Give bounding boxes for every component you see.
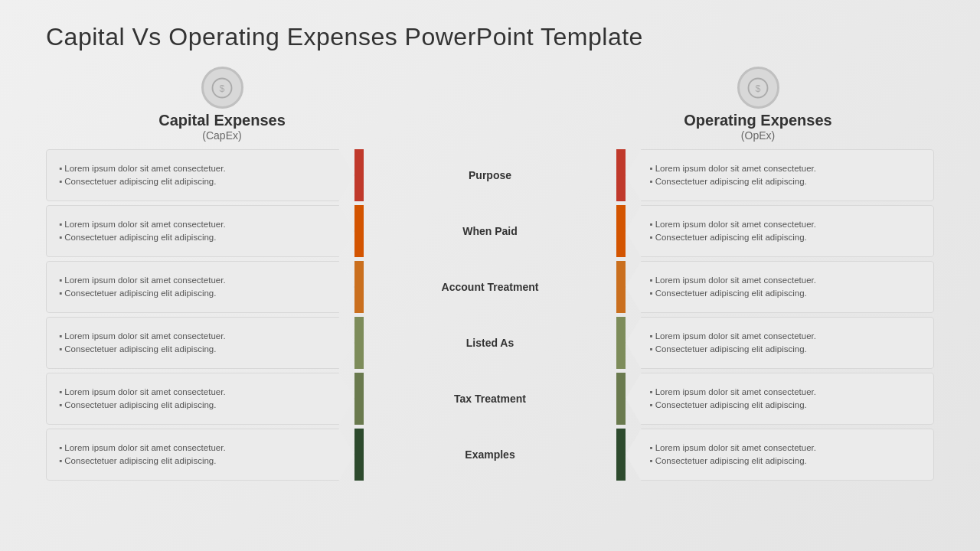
coin-icon: $ [211, 77, 234, 99]
capex-title: Capital Expenses [158, 112, 286, 129]
capex-icon: $ [201, 67, 243, 109]
table-row: Lorem ipsum dolor sit amet consectetuer.… [46, 261, 934, 313]
left-cell: Lorem ipsum dolor sit amet consectetuer.… [46, 149, 354, 201]
right-bar [616, 317, 626, 369]
rows-container: Lorem ipsum dolor sit amet consectetuer.… [46, 149, 934, 536]
row-label: When Paid [365, 205, 616, 257]
center-label: Tax Treatment [354, 373, 626, 425]
right-cell: Lorem ipsum dolor sit amet consectetuer.… [626, 373, 934, 425]
right-bar [616, 261, 626, 313]
row-label: Examples [365, 429, 616, 481]
left-bar [354, 261, 364, 313]
left-bar [354, 373, 364, 425]
opex-icon: $ [737, 67, 779, 109]
right-cell: Lorem ipsum dolor sit amet consectetuer.… [626, 429, 934, 481]
row-label: Account Treatment [365, 261, 616, 313]
left-bar [354, 429, 364, 481]
slide: Capital Vs Operating Expenses PowerPoint… [0, 0, 980, 551]
left-cell: Lorem ipsum dolor sit amet consectetuer.… [46, 317, 354, 369]
center-label: Purpose [354, 149, 626, 201]
row-label: Listed As [365, 317, 616, 369]
left-cell: Lorem ipsum dolor sit amet consectetuer.… [46, 205, 354, 257]
center-label: Listed As [354, 317, 626, 369]
table-row: Lorem ipsum dolor sit amet consectetuer.… [46, 317, 934, 369]
opex-subtitle: (OpEx) [741, 129, 775, 142]
row-label: Purpose [365, 149, 616, 201]
page-title: Capital Vs Operating Expenses PowerPoint… [46, 23, 934, 51]
left-bar [354, 317, 364, 369]
right-bar [616, 429, 626, 481]
svg-text:$: $ [220, 83, 225, 94]
left-bar [354, 149, 364, 201]
left-header: $ Capital Expenses (CapEx) [46, 67, 406, 142]
svg-text:$: $ [756, 83, 761, 94]
left-cell: Lorem ipsum dolor sit amet consectetuer.… [46, 429, 354, 481]
main-layout: $ Capital Expenses (CapEx) $ Operating E… [46, 67, 934, 536]
left-cell: Lorem ipsum dolor sit amet consectetuer.… [46, 373, 354, 425]
table-row: Lorem ipsum dolor sit amet consectetuer.… [46, 373, 934, 425]
right-header: $ Operating Expenses (OpEx) [574, 67, 934, 142]
right-cell: Lorem ipsum dolor sit amet consectetuer.… [626, 205, 934, 257]
right-cell: Lorem ipsum dolor sit amet consectetuer.… [626, 149, 934, 201]
right-cell: Lorem ipsum dolor sit amet consectetuer.… [626, 317, 934, 369]
row-label: Tax Treatment [365, 373, 616, 425]
table-row: Lorem ipsum dolor sit amet consectetuer.… [46, 149, 934, 201]
table-row: Lorem ipsum dolor sit amet consectetuer.… [46, 429, 934, 481]
right-bar [616, 373, 626, 425]
capex-subtitle: (CapEx) [202, 129, 241, 142]
left-bar [354, 205, 364, 257]
right-bar [616, 205, 626, 257]
right-bar [616, 149, 626, 201]
left-cell: Lorem ipsum dolor sit amet consectetuer.… [46, 261, 354, 313]
table-row: Lorem ipsum dolor sit amet consectetuer.… [46, 205, 934, 257]
header-row: $ Capital Expenses (CapEx) $ Operating E… [46, 67, 934, 142]
coin-icon-right: $ [746, 77, 769, 99]
center-label: Account Treatment [354, 261, 626, 313]
center-label: Examples [354, 429, 626, 481]
right-cell: Lorem ipsum dolor sit amet consectetuer.… [626, 261, 934, 313]
opex-title: Operating Expenses [684, 112, 831, 129]
center-label: When Paid [354, 205, 626, 257]
